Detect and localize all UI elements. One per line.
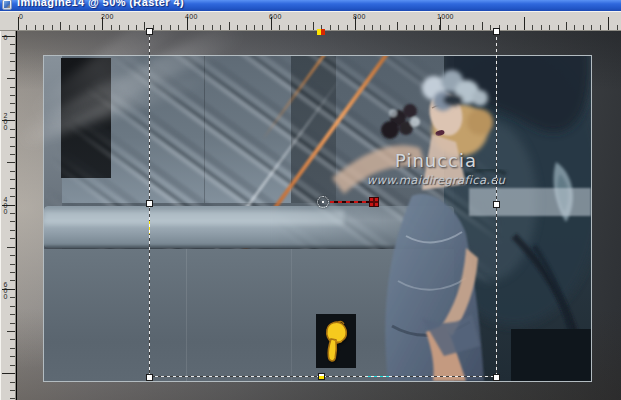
ruler-label: 0 <box>19 13 23 20</box>
ruler-label: 600 <box>2 281 8 299</box>
hand-pointing-down-icon <box>321 319 349 365</box>
rotation-line <box>330 201 370 203</box>
horizontal-ruler[interactable]: 0 200 400 600 800 1000 <box>0 11 621 31</box>
deform-handle-bottom-left[interactable] <box>146 374 153 381</box>
ruler-label: 0 <box>2 34 8 40</box>
deform-handle-middle-left[interactable] <box>146 200 153 207</box>
canvas-area[interactable]: Pinuccia www.maidiregrafica.eu <box>17 31 621 400</box>
deform-handle-middle-right[interactable] <box>493 201 500 208</box>
ruler-label: 800 <box>353 13 366 20</box>
photo-seam <box>186 249 187 381</box>
ruler-label: 1000 <box>437 13 454 20</box>
photo-light-band <box>469 188 591 216</box>
image-editor-window: Immagine14 @ 50% (Raster 4) 0 200 400 60… <box>0 0 621 400</box>
deform-handle-top-right[interactable] <box>493 28 500 35</box>
image-window-icon <box>2 0 12 10</box>
photo-seam <box>291 249 292 381</box>
ruler-position-marker <box>317 29 325 35</box>
horizontal-ruler-ticks <box>0 12 621 30</box>
vertical-ruler[interactable]: 0 200 400 600 <box>0 31 16 400</box>
rotation-handle-icon[interactable] <box>369 197 379 207</box>
deform-box-cyan-dashes <box>368 376 392 377</box>
rotation-pivot-icon[interactable] <box>317 196 329 208</box>
ruler-label: 200 <box>2 112 8 130</box>
deform-handle-bottom-center[interactable] <box>318 373 325 380</box>
ruler-label: 600 <box>269 13 282 20</box>
vertical-ruler-ticks <box>1 31 15 400</box>
window-title: Immagine14 @ 50% (Raster 4) <box>17 0 184 8</box>
image-layer[interactable]: Pinuccia www.maidiregrafica.eu <box>43 55 592 382</box>
window-title-bar[interactable]: Immagine14 @ 50% (Raster 4) <box>0 0 621 11</box>
deform-handle-top-left[interactable] <box>146 28 153 35</box>
ruler-label: 400 <box>2 196 8 214</box>
deform-handle-bottom-right[interactable] <box>493 374 500 381</box>
ruler-label: 200 <box>101 13 114 20</box>
ruler-label: 400 <box>185 13 198 20</box>
deform-box-yellow-dashes <box>149 221 150 234</box>
